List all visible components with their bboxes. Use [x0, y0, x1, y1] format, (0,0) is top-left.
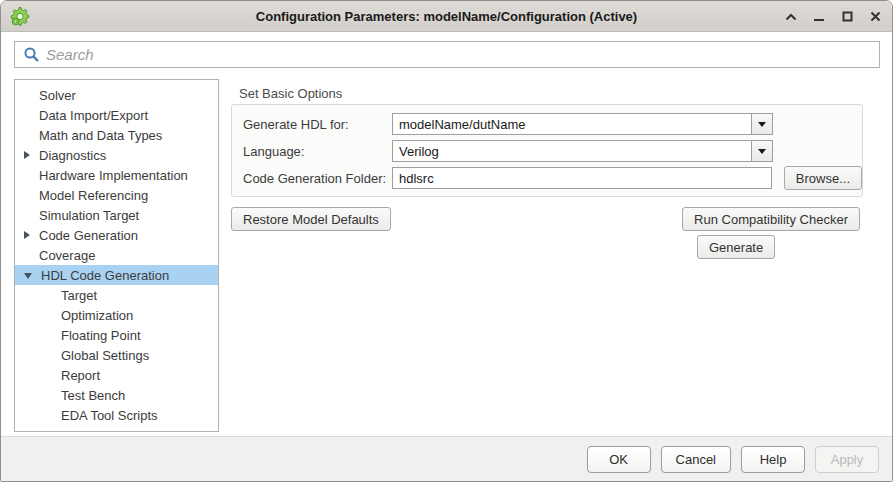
maximize-icon[interactable]: [840, 10, 854, 24]
sidebar-item-label: Code Generation: [39, 228, 138, 243]
generate-hdl-for-combobox[interactable]: modelName/dutName: [392, 113, 773, 135]
collapsed-arrow-icon[interactable]: [24, 151, 30, 159]
generate-hdl-for-dropdown-button[interactable]: [751, 113, 773, 135]
sidebar-item-target[interactable]: Target: [15, 285, 218, 305]
footer-button-bar: OK Cancel Help Apply: [1, 436, 892, 481]
code-generation-folder-input[interactable]: [392, 167, 772, 189]
sidebar-item-label: HDL Code Generation: [41, 268, 169, 283]
restore-model-defaults-button[interactable]: Restore Model Defaults: [231, 207, 391, 231]
window-controls: [784, 1, 882, 32]
language-label: Language:: [243, 144, 392, 159]
simulink-gear-logo-icon: [9, 6, 31, 28]
language-combobox[interactable]: Verilog: [392, 140, 773, 162]
sidebar-item-model-referencing[interactable]: Model Referencing: [15, 185, 218, 205]
sidebar-item-eda-tool-scripts[interactable]: EDA Tool Scripts: [15, 405, 218, 425]
generate-hdl-for-value[interactable]: modelName/dutName: [392, 113, 752, 135]
configuration-parameters-dialog: Configuration Parameters: modelName/Conf…: [0, 0, 893, 482]
sidebar-item-label: Global Settings: [61, 348, 149, 363]
search-icon: [23, 46, 40, 63]
sidebar-item-math-and-data-types[interactable]: Math and Data Types: [15, 125, 218, 145]
sidebar-item-label: EDA Tool Scripts: [61, 408, 158, 423]
sidebar-item-global-settings[interactable]: Global Settings: [15, 345, 218, 365]
help-button[interactable]: Help: [741, 446, 805, 473]
sidebar-item-coverage[interactable]: Coverage: [15, 245, 218, 265]
generate-hdl-for-label: Generate HDL for:: [243, 117, 392, 132]
sidebar-item-label: Target: [61, 288, 97, 303]
sidebar-item-label: Diagnostics: [39, 148, 106, 163]
form-row-language: Language: Verilog: [243, 140, 862, 162]
close-icon[interactable]: [868, 10, 882, 24]
section-heading: Set Basic Options: [239, 86, 342, 101]
code-generation-folder-label: Code Generation Folder:: [243, 171, 392, 186]
sidebar-item-optimization[interactable]: Optimization: [15, 305, 218, 325]
form-row-code-generation-folder: Code Generation Folder: Browse...: [243, 167, 862, 189]
sidebar-item-label: Simulation Target: [39, 208, 139, 223]
sidebar-item-hardware-implementation[interactable]: Hardware Implementation: [15, 165, 218, 185]
cancel-button[interactable]: Cancel: [661, 446, 731, 473]
sidebar-item-code-generation[interactable]: Code Generation: [15, 225, 218, 245]
sidebar-item-data-import-export[interactable]: Data Import/Export: [15, 105, 218, 125]
sidebar-item-hdl-code-generation[interactable]: HDL Code Generation: [15, 265, 218, 285]
title-bar: Configuration Parameters: modelName/Conf…: [1, 1, 892, 32]
sidebar-item-label: Coverage: [39, 248, 95, 263]
apply-button[interactable]: Apply: [815, 446, 879, 473]
ok-button[interactable]: OK: [587, 446, 651, 473]
sidebar-item-simulation-target[interactable]: Simulation Target: [15, 205, 218, 225]
sidebar-item-label: Test Bench: [61, 388, 125, 403]
sidebar-item-diagnostics[interactable]: Diagnostics: [15, 145, 218, 165]
sidebar-item-floating-point[interactable]: Floating Point: [15, 325, 218, 345]
run-compatibility-checker-button[interactable]: Run Compatibility Checker: [682, 207, 860, 231]
sidebar-tree: SolverData Import/ExportMath and Data Ty…: [14, 79, 219, 432]
sidebar-item-label: Optimization: [61, 308, 133, 323]
window-title: Configuration Parameters: modelName/Conf…: [1, 9, 892, 24]
sidebar-item-report[interactable]: Report: [15, 365, 218, 385]
search-box[interactable]: [14, 41, 880, 68]
form-row-generate-hdl-for: Generate HDL for: modelName/dutName: [243, 113, 862, 135]
sidebar-item-label: Data Import/Export: [39, 108, 148, 123]
chevron-down-icon: [758, 149, 766, 154]
sidebar-item-label: Model Referencing: [39, 188, 148, 203]
sidebar-item-solver[interactable]: Solver: [15, 85, 218, 105]
sidebar-item-label: Hardware Implementation: [39, 168, 188, 183]
browse-button[interactable]: Browse...: [784, 166, 862, 190]
restore-up-icon[interactable]: [784, 10, 798, 24]
chevron-down-icon: [758, 122, 766, 127]
basic-options-groupbox: Generate HDL for: modelName/dutName Lang…: [231, 104, 863, 197]
language-dropdown-button[interactable]: [751, 140, 773, 162]
minimize-icon[interactable]: [812, 10, 826, 24]
language-value[interactable]: Verilog: [392, 140, 752, 162]
expanded-arrow-icon[interactable]: [24, 273, 32, 279]
sidebar-item-label: Solver: [39, 88, 76, 103]
sidebar-item-test-bench[interactable]: Test Bench: [15, 385, 218, 405]
collapsed-arrow-icon[interactable]: [24, 231, 30, 239]
sidebar-item-label: Report: [61, 368, 100, 383]
search-input[interactable]: [46, 42, 879, 67]
generate-button[interactable]: Generate: [697, 235, 775, 259]
sidebar-item-label: Math and Data Types: [39, 128, 162, 143]
sidebar-item-label: Floating Point: [61, 328, 141, 343]
